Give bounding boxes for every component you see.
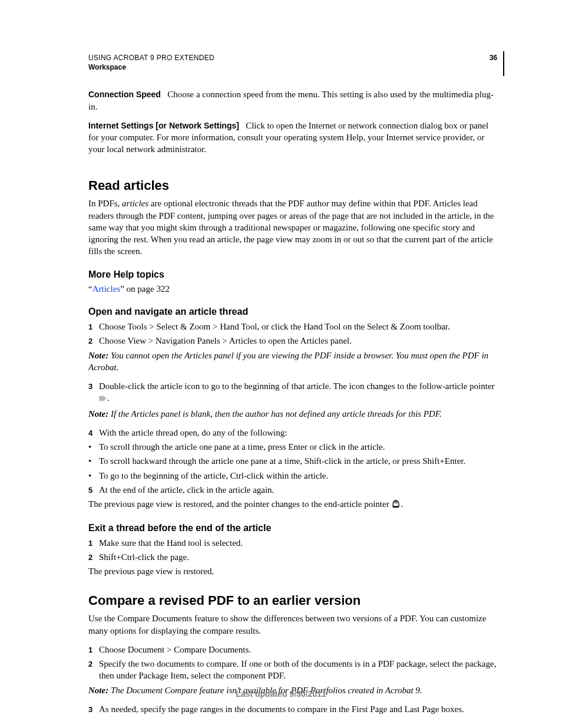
exit-step-1: 1 Make sure that the Hand tool is select… <box>88 537 497 549</box>
compare-intro: Use the Compare Documents feature to sho… <box>88 612 497 637</box>
internet-settings-paragraph: Internet Settings [or Network Settings] … <box>88 120 497 156</box>
step-number: 5 <box>88 484 99 496</box>
read-articles-section: Read articles In PDFs, articles are opti… <box>88 177 497 578</box>
step-5-text: At the end of the article, click in the … <box>99 484 497 496</box>
step-number: 1 <box>88 537 99 549</box>
step-1: 1 Choose Tools > Select & Zoom > Hand To… <box>88 321 497 332</box>
step-number: 2 <box>88 335 99 347</box>
more-help-topics: More Help topics “Articles” on page 322 <box>88 268 497 295</box>
page: USING ACROBAT 9 PRO EXTENDED Workspace 3… <box>0 0 562 728</box>
compare-heading: Compare a revised PDF to an earlier vers… <box>88 592 497 610</box>
bullet-scroll-forward: • To scroll through the article one pane… <box>88 441 497 453</box>
step-4-text: With the article thread open, do any of … <box>99 427 497 439</box>
step-number: 2 <box>88 658 99 670</box>
step-number: 3 <box>88 380 99 392</box>
note-blank-panel: Note: If the Articles panel is blank, th… <box>88 408 497 420</box>
bullet-marker: • <box>88 470 99 482</box>
bullet-text: To go to the beginning of the article, C… <box>99 470 497 482</box>
compare-step-3-text: As needed, specify the page ranges in th… <box>99 703 497 715</box>
header-section: Workspace <box>88 62 497 72</box>
follow-article-pointer-icon <box>99 393 107 405</box>
bullet-go-beginning: • To go to the beginning of the article,… <box>88 470 497 482</box>
step-5: 5 At the end of the article, click in th… <box>88 484 497 496</box>
exit-step-1-text: Make sure that the Hand tool is selected… <box>99 537 497 549</box>
page-number: 36 <box>490 53 497 62</box>
compare-step-1-text: Choose Document > Compare Documents. <box>99 644 497 655</box>
step-number: 1 <box>88 644 99 655</box>
internet-settings-label: Internet Settings [or Network Settings] <box>88 121 239 130</box>
exit-step-2: 2 Shift+Ctrl-click the page. <box>88 551 497 563</box>
note-label: Note: <box>88 351 108 360</box>
note-body: If the Articles panel is blank, then the… <box>108 409 442 419</box>
note-label: Note: <box>88 409 108 419</box>
term-articles: articles <box>122 199 148 208</box>
step-2: 2 Choose View > Navigation Panels > Arti… <box>88 335 497 347</box>
compare-step-1: 1 Choose Document > Compare Documents. <box>88 644 497 655</box>
exit-thread-heading: Exit a thread before the end of the arti… <box>88 522 497 535</box>
step-4: 4 With the article thread open, do any o… <box>88 427 497 439</box>
read-articles-heading: Read articles <box>88 177 497 195</box>
step-number: 1 <box>88 321 99 332</box>
note-browser: Note: You cannot open the Articles panel… <box>88 350 497 374</box>
read-articles-intro: In PDFs, articles are optional electroni… <box>88 197 497 257</box>
header-vertical-rule <box>503 51 504 76</box>
compare-step-2-text: Specify the two documents to compare. If… <box>99 658 497 682</box>
step-3-text: Double-click the article icon to go to t… <box>99 380 497 406</box>
header-product: USING ACROBAT 9 PRO EXTENDED <box>88 53 497 62</box>
step-number: 3 <box>88 703 99 715</box>
more-help-line: “Articles” on page 322 <box>88 283 497 295</box>
compare-step-2: 2 Specify the two documents to compare. … <box>88 658 497 682</box>
more-help-heading: More Help topics <box>88 268 497 281</box>
bullet-scroll-backward: • To scroll backward through the article… <box>88 455 497 467</box>
end-article-line: The previous page view is restored, and … <box>88 498 497 511</box>
connection-speed-label: Connection Speed <box>88 90 161 99</box>
open-navigate-heading: Open and navigate an article thread <box>88 305 497 318</box>
compare-step-3: 3 As needed, specify the page ranges in … <box>88 703 497 715</box>
step-1-text: Choose Tools > Select & Zoom > Hand Tool… <box>99 321 497 332</box>
connection-speed-paragraph: Connection Speed Choose a connection spe… <box>88 88 497 113</box>
step-number: 4 <box>88 427 99 439</box>
step-number: 2 <box>88 551 99 563</box>
bullet-marker: • <box>88 455 99 467</box>
page-footer: Last updated 9/30/2011 <box>0 689 562 700</box>
svg-rect-0 <box>99 396 102 401</box>
bullet-marker: • <box>88 441 99 453</box>
end-article-pointer-icon <box>391 499 401 511</box>
note-body: You cannot open the Articles panel if yo… <box>88 351 488 372</box>
bullet-text: To scroll backward through the article o… <box>99 455 497 467</box>
page-header: USING ACROBAT 9 PRO EXTENDED Workspace 3… <box>88 53 497 72</box>
step-3: 3 Double-click the article icon to go to… <box>88 380 497 406</box>
exit-tail: The previous page view is restored. <box>88 565 497 577</box>
bullet-text: To scroll through the article one pane a… <box>99 441 497 453</box>
exit-step-2-text: Shift+Ctrl-click the page. <box>99 551 497 563</box>
link-articles[interactable]: Articles <box>92 284 120 294</box>
step-2-text: Choose View > Navigation Panels > Articl… <box>99 335 497 347</box>
